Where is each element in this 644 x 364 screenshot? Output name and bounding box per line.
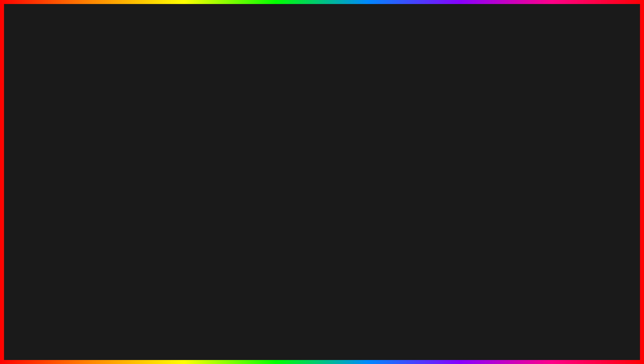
weapon-dropdown-arrow: ▼ xyxy=(206,125,209,129)
logo-fruits: FRUITS xyxy=(584,333,617,344)
sidebar-item-buyitem-right-label: Buy Item xyxy=(302,177,316,181)
players-icon-left: 👤 xyxy=(32,149,37,154)
sidebar-item-players-left[interactable]: 👤 Players xyxy=(29,147,74,155)
auto-next-island-checkbox[interactable] xyxy=(470,144,475,150)
select-raid-dropdown[interactable]: ... ▲ xyxy=(344,167,475,175)
right-user-info: Sky #4618 xyxy=(303,202,311,209)
candy-big-right xyxy=(511,33,627,200)
right-user-name: Sky xyxy=(303,202,311,206)
esp-players-label: ESP Players xyxy=(344,179,364,183)
esp-players-row: ESP Players xyxy=(344,177,475,186)
sidebar-item-devilfruit-left[interactable]: 🎯 DevilFruit xyxy=(29,157,74,165)
auto-farm-row: Auto Farm ✓ xyxy=(80,160,212,165)
sidebar-item-buyitem-right[interactable]: 🛒 Buy Item xyxy=(293,175,338,183)
kill-aura-row: Kill Aura xyxy=(344,126,475,135)
devilfruit-icon-right: 🎯 xyxy=(295,158,300,163)
teleport-icon-right: 📍 xyxy=(295,140,300,144)
sidebar-item-setting-left-label: Setting xyxy=(38,187,50,191)
sidebar-item-setting-right-label: Setting xyxy=(302,187,313,191)
left-user-info: Sky #4618 xyxy=(39,202,48,209)
left-sidebar-user: 👤 Sky #4618 xyxy=(28,200,76,211)
sidebar-item-devilfruit-right-label: DevilFruit xyxy=(302,159,317,163)
method-label: Method xyxy=(80,134,212,137)
auto-raids-checkbox[interactable] xyxy=(470,153,475,158)
sidebar-item-main-left[interactable]: 🏠 Main xyxy=(29,119,74,127)
sidebar-item-devilfruit-left-label: DevilFruit xyxy=(38,159,54,163)
players-icon-right: 👤 xyxy=(295,149,300,154)
auto-superhuman-label: Auto Superhuman xyxy=(80,179,110,183)
epsraid-icon-right: ⚔️ xyxy=(295,168,300,172)
bottom-script: SCRIPT xyxy=(276,326,390,359)
select-weapon-label: Select Weapon xyxy=(80,118,212,122)
sidebar-item-stats-right-label: Stats xyxy=(302,131,310,135)
redeem-exp-button[interactable]: Redeem Exp Code xyxy=(80,167,212,176)
select-raid-label: Select Raid xyxy=(344,162,475,165)
logo-brand-line1: BLOX FRUITS xyxy=(555,333,617,344)
sidebar-item-setting-right[interactable]: ⚙️ Setting xyxy=(293,185,338,193)
bottom-pastebin: PASTEBIN xyxy=(391,326,546,359)
sidebar-item-buyitem-left-label: Buy Item xyxy=(38,177,53,181)
right-user-avatar: 👤 xyxy=(294,202,301,209)
sidebar-item-devilfruit-right[interactable]: 🎯 DevilFruit xyxy=(293,157,338,165)
right-user-tag: #4618 xyxy=(303,206,311,209)
setting-icon-right: ⚙️ xyxy=(295,186,300,191)
esp-players-checkbox[interactable] xyxy=(470,179,475,184)
sidebar-item-buyitem-left[interactable]: 🛒 Buy Item xyxy=(29,175,74,183)
bottom-farm: FARM xyxy=(187,326,274,359)
buyitem-icon-left: 🛒 xyxy=(32,177,37,182)
logo-skull-icon: 💀 xyxy=(566,292,606,332)
title-fruits: FRUITS xyxy=(308,2,491,61)
left-user-avatar: 👤 xyxy=(30,202,38,209)
right-sidebar-user: 👤 Sky #4618 xyxy=(291,200,339,211)
kill-aura-label: Kill Aura xyxy=(344,128,357,132)
sidebar-item-epsraid-left[interactable]: ⚔️ EPS-Raid xyxy=(29,166,74,174)
sidebar-item-teleport-right[interactable]: 📍 Teleport xyxy=(293,138,338,146)
auto-next-island-label: Auto Next Island xyxy=(344,145,371,149)
sidebar-item-epsraid-left-label: EPS-Raid xyxy=(38,168,54,172)
method-value: Level [Quest] xyxy=(83,141,105,145)
sidebar-item-teleport-left[interactable]: 📍 Teleport xyxy=(29,138,74,146)
epsraid-icon-left: ⚔️ xyxy=(32,168,37,172)
auto-awaken-label: Auto Awaken xyxy=(344,137,365,141)
buyitem-icon-right: 🛒 xyxy=(295,177,300,182)
left-sidebar: Blox Fruit 🏠 Main 📈 Stats 📍 Teleport 👤 P… xyxy=(28,108,76,213)
teleport-raidlab-checkbox[interactable] xyxy=(470,119,475,125)
setting-icon-left: ⚙️ xyxy=(32,186,37,191)
weapon-dropdown[interactable]: Electric Claw ▼ xyxy=(80,123,212,131)
sidebar-item-teleport-right-label: Teleport xyxy=(302,140,315,144)
auto-superhuman-checkbox[interactable] xyxy=(207,178,212,183)
auto-next-island-row: Auto Next Island xyxy=(344,143,475,151)
sidebar-item-stats-right[interactable]: 📈 Stats xyxy=(293,129,338,137)
kill-aura-checkbox[interactable] xyxy=(470,128,475,133)
stats-icon-right: 📈 xyxy=(295,130,300,135)
auto-raids-label: Auto Raids xyxy=(344,153,362,157)
auto-farm-checkbox[interactable]: ✓ xyxy=(207,160,212,165)
weapon-value: Electric Claw xyxy=(83,125,104,129)
sidebar-item-setting-left[interactable]: ⚙️ Setting xyxy=(29,185,74,193)
left-user-name: Sky xyxy=(39,202,48,206)
auto-awaken-checkbox[interactable] xyxy=(470,136,475,141)
stats-icon-left: 📈 xyxy=(32,130,37,135)
method-dropdown[interactable]: Level [Quest] ▲ xyxy=(80,139,212,147)
devilfruit-icon-left: 🎯 xyxy=(32,158,37,163)
right-gui-main: EPS-Raid Teleport To RaidLab Kill Aura A… xyxy=(340,108,479,213)
sidebar-item-epsraid-right-label: EPS-Raid xyxy=(302,168,318,172)
auto-raids-row: Auto Raids xyxy=(344,151,475,160)
left-section-title: Main xyxy=(80,111,212,115)
refresh-weapon-button[interactable]: Refresh Weapon xyxy=(80,149,212,158)
select-raid-value: ... xyxy=(347,169,350,173)
sidebar-item-players-right[interactable]: 👤 Players xyxy=(293,147,338,155)
blox-fruits-logo: 💀 BLOX FRUITS xyxy=(555,292,617,344)
left-gui-main: Main Select Weapon Electric Claw ▼ Metho… xyxy=(76,108,216,213)
method-dropdown-arrow: ▲ xyxy=(206,141,209,145)
sidebar-item-players-left-label: Players xyxy=(38,149,51,153)
sidebar-item-stats-left[interactable]: 📈 Stats xyxy=(29,129,74,137)
teleport-icon-left: 📍 xyxy=(32,140,37,144)
left-sidebar-brand: Blox Fruit xyxy=(28,110,76,117)
auto-awaken-row: Auto Awaken xyxy=(344,135,475,143)
auto-superhuman-row: Auto Superhuman xyxy=(80,178,212,183)
sidebar-item-epsraid-right[interactable]: ⚔️ EPS-Raid xyxy=(293,166,338,174)
title-blox: BLOX xyxy=(153,2,295,61)
home-icon-left: 🏠 xyxy=(32,121,37,126)
sidebar-item-stats-left-label: Stats xyxy=(38,131,47,135)
